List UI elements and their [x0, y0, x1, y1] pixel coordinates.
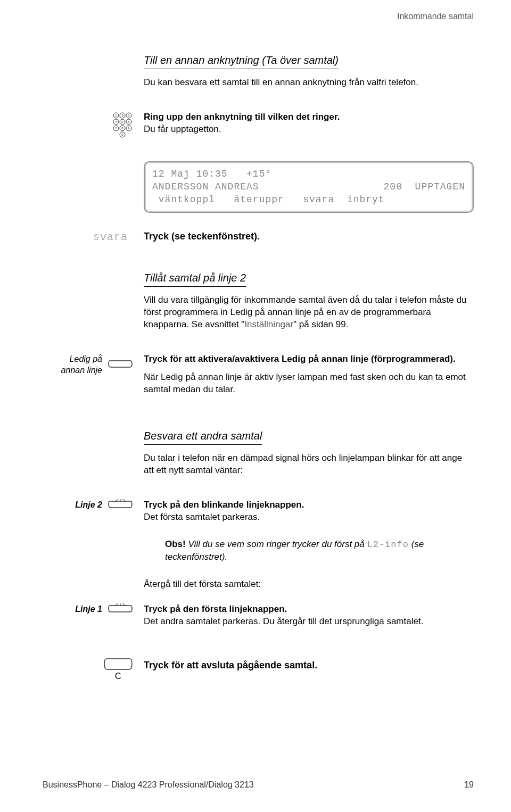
row-clear: C Tryck för att avsluta pågående samtal. — [43, 656, 474, 674]
svg-text:2: 2 — [121, 114, 123, 117]
svg-text:0: 0 — [121, 133, 123, 136]
display-status: UPPTAGEN — [415, 180, 465, 193]
ledig-after: När Ledig på annan linje är aktiv lyser … — [144, 371, 474, 396]
row-display: 12 Maj 10:35 +15° ANDERSSON ANDREAS 200 … — [43, 158, 474, 225]
ledig-label-1: Ledig på — [70, 354, 102, 363]
svg-text:6: 6 — [128, 120, 130, 123]
ring-after: Du får upptagetton. — [144, 124, 221, 134]
svg-text:7: 7 — [115, 127, 117, 130]
clear-instruction: Tryck för att avsluta pågående samtal. — [144, 659, 474, 672]
softkey-label-svara: svara — [43, 230, 133, 244]
page-content: Till en annan anknytning (Ta över samtal… — [43, 53, 474, 690]
softkey-inbryt: inbryt — [347, 193, 385, 206]
linje1-text: Tryck på den första linjeknappen. Det an… — [144, 603, 474, 628]
obs-text-a: Vill du se vem som ringer trycker du för… — [188, 539, 367, 549]
softkey-ateruppr: återuppr — [228, 193, 284, 206]
allow-p1b: " på sidan 99. — [293, 319, 348, 329]
page-number: 19 — [464, 779, 474, 791]
row-ring-extension: 123 456 789 0 Ring upp den anknytning ti… — [43, 111, 474, 142]
ledig-bold: Tryck för att aktivera/avaktivera Ledig … — [144, 353, 474, 366]
clear-button-label: C — [115, 670, 121, 682]
row-svara: svara Tryck (se teckenfönstret). — [43, 230, 474, 244]
display-datetime: 12 Maj 10:35 — [152, 168, 228, 180]
svg-text:5: 5 — [121, 120, 123, 123]
svg-text:4: 4 — [115, 120, 117, 123]
heading-allow-line2: Tillåt samtal på linje 2 — [144, 271, 246, 287]
heading-second-call: Besvara ett andra samtal — [144, 429, 262, 445]
linje2-after: Det första samtalet parkeras. — [144, 512, 260, 522]
svara-instruction: Tryck (se teckenfönstret). — [144, 230, 474, 243]
softkey-svara: svara — [303, 193, 334, 206]
obs-note: Obs! Vill du se vem som ringer trycker d… — [144, 538, 474, 564]
footer-product: BusinessPhone – Dialog 4223 Professional… — [43, 779, 254, 791]
ring-bold: Ring upp den anknytning till vilken det … — [144, 112, 340, 122]
linje1-bold: Tryck på den första linjeknappen. — [144, 604, 287, 614]
line-button-blinking-icon — [108, 603, 133, 615]
page-header-section: Inkommande samtal — [397, 11, 474, 22]
row-linje1: Linje 1 Tryck på den första linjeknappen… — [43, 603, 474, 634]
section-takeover: Till en annan anknytning (Ta över samtal… — [43, 53, 474, 95]
section-second-call: Besvara ett andra samtal Du talar i tele… — [43, 429, 474, 483]
svg-text:8: 8 — [121, 127, 123, 130]
softkey-vantkoppl: väntkoppl — [159, 193, 215, 206]
row-linje2: Linje 2 Tryck på den blinkande linjeknap… — [43, 499, 474, 530]
svg-text:9: 9 — [128, 127, 130, 130]
keypad-icon: 123 456 789 0 — [112, 111, 133, 138]
second-call-intro: Du talar i telefon när en dämpad signal … — [144, 452, 474, 477]
obs-code: L2-info — [367, 540, 409, 550]
row-back: Återgå till det första samtalet: — [43, 578, 474, 597]
takeover-intro: Du kan besvara ett samtal till en annan … — [144, 77, 474, 89]
linje1-label: Linje 1 — [75, 603, 102, 615]
settings-link[interactable]: Inställningar — [244, 319, 293, 329]
svg-text:1: 1 — [115, 114, 117, 117]
prog-button-icon — [108, 359, 133, 370]
linje2-bold: Tryck på den blinkande linjeknappen. — [144, 500, 304, 510]
row-obs: Obs! Vill du se vem som ringer trycker d… — [43, 538, 474, 570]
page-footer: BusinessPhone – Dialog 4223 Professional… — [43, 779, 474, 791]
obs-prefix: Obs! — [165, 539, 186, 549]
phone-display: 12 Maj 10:35 +15° ANDERSSON ANDREAS 200 … — [144, 161, 474, 213]
ledig-label: Ledig på annan linje — [61, 353, 102, 376]
linje2-label: Linje 2 — [75, 499, 102, 511]
linje2-text: Tryck på den blinkande linjeknappen. Det… — [144, 499, 474, 524]
allow-line2-intro: Vill du vara tillgänglig för inkommande … — [144, 294, 474, 331]
line-button-blinking-icon — [108, 499, 133, 511]
display-caller: ANDERSSON ANDREAS — [152, 180, 259, 193]
ring-instruction: Ring upp den anknytning till vilken det … — [144, 111, 474, 136]
display-temp: +15° — [246, 168, 271, 180]
row-ledig: Ledig på annan linje Tryck för att aktiv… — [43, 353, 474, 403]
display-ext: 200 — [384, 180, 402, 193]
linje1-after: Det andra samtalet parkeras. Du återgår … — [144, 616, 423, 626]
svg-text:3: 3 — [128, 114, 130, 117]
section-allow-line2: Tillåt samtal på linje 2 Vill du vara ti… — [43, 271, 474, 337]
heading-takeover: Till en annan anknytning (Ta över samtal… — [144, 53, 339, 69]
ledig-label-2: annan linje — [61, 366, 102, 375]
back-text: Återgå till det första samtalet: — [144, 578, 474, 591]
